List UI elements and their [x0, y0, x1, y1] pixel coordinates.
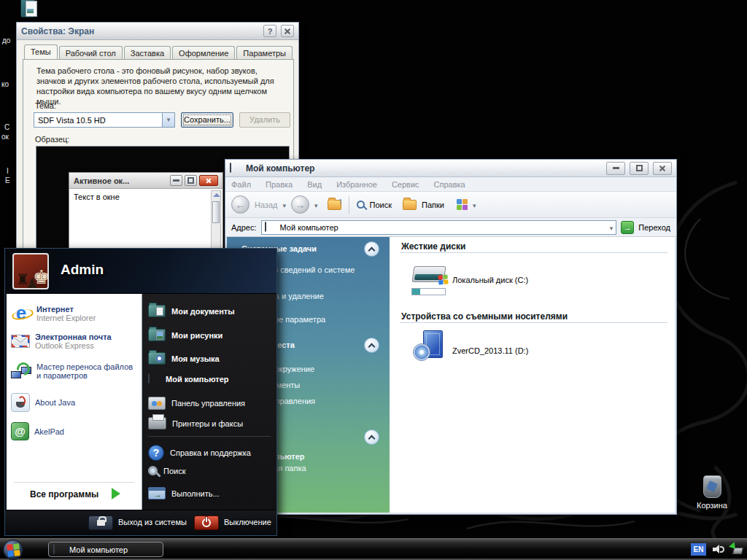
log-off-label[interactable]: Выход из системы — [118, 518, 187, 526]
dialog-title: Свойства: Экран — [21, 26, 259, 36]
removable-devices-header: Устройства со съемными носителями — [401, 311, 568, 322]
save-theme-button[interactable]: Сохранить... — [181, 112, 233, 128]
back-chevron-icon[interactable] — [283, 201, 287, 209]
dialog-titlebar[interactable]: Свойства: Экран ? — [17, 23, 298, 40]
forward-icon[interactable] — [291, 195, 309, 214]
maximize-icon — [185, 175, 197, 186]
all-programs-button[interactable]: Все программы — [30, 489, 98, 499]
desktop-icon-recycle-bin[interactable]: Корзина — [689, 475, 735, 510]
start-item-run[interactable]: Выполнить... — [148, 487, 271, 499]
sample-label: Образец: — [35, 135, 69, 144]
start-item-transfer-wizard[interactable]: Мастер переноса файлов и параметров — [11, 362, 139, 380]
language-indicator[interactable]: EN — [691, 543, 706, 556]
system-tray: EN — [691, 539, 743, 559]
menu-help[interactable]: Справка — [434, 180, 465, 189]
start-item-search[interactable]: Поиск — [148, 466, 271, 475]
start-item-help[interactable]: Справка и поддержка — [148, 445, 271, 461]
address-label: Адрес: — [231, 223, 257, 232]
maximize-button[interactable] — [630, 162, 649, 175]
computer-icon — [148, 374, 160, 384]
folder-content: Жесткие диски Локальный диск (C:) Устрой… — [390, 237, 675, 513]
windows-logo-icon — [7, 543, 20, 557]
log-off-icon[interactable] — [88, 516, 113, 530]
local-disk-icon[interactable] — [411, 265, 448, 295]
menu-bar: Файл Правка Вид Избранное Сервис Справка — [225, 177, 676, 192]
address-value: Мой компьютер — [280, 223, 606, 232]
help-button[interactable]: ? — [263, 25, 276, 37]
start-item-control-panel[interactable]: Панель управления — [148, 397, 271, 410]
shutdown-label[interactable]: Выключение — [224, 518, 271, 526]
shutdown-icon[interactable] — [194, 516, 219, 530]
views-icon[interactable] — [457, 199, 468, 210]
desktop-icon-documents[interactable] — [19, 0, 41, 20]
divider — [14, 482, 134, 483]
search-icon[interactable] — [357, 201, 365, 209]
menu-edit[interactable]: Правка — [266, 180, 293, 189]
minimize-button[interactable] — [606, 162, 625, 175]
theme-select-value: SDF Vista 10.5 HD — [34, 116, 162, 125]
start-item-akelpad[interactable]: AkelPad — [11, 422, 139, 440]
user-name: Admin — [61, 262, 104, 278]
start-item-about-java[interactable]: About Java — [11, 393, 139, 412]
start-item-my-pictures[interactable]: Мои рисунки — [148, 329, 271, 341]
close-button[interactable] — [653, 162, 672, 175]
back-label: Назад — [255, 201, 278, 209]
recycle-bin-icon — [703, 475, 721, 498]
divider — [148, 436, 271, 437]
back-icon[interactable] — [231, 195, 249, 214]
start-item-my-music[interactable]: Моя музыка — [148, 352, 271, 365]
volume-icon[interactable] — [713, 545, 724, 554]
menu-file[interactable]: Файл — [231, 180, 251, 189]
cd-drive-label[interactable]: ZverCD_2013.11 (D:) — [452, 346, 528, 355]
preview-window-title: Активное ок... — [74, 176, 168, 185]
window-title: Мой компьютер — [246, 163, 602, 174]
safely-remove-hardware-icon[interactable] — [731, 544, 743, 554]
theme-select[interactable]: SDF Vista 10.5 HD — [34, 112, 175, 128]
start-item-printers[interactable]: Принтеры и факсы — [148, 417, 271, 429]
chevron-down-icon[interactable] — [162, 113, 174, 127]
computer-icon — [265, 222, 276, 233]
collapse-chevron-icon[interactable] — [364, 338, 379, 353]
start-button[interactable] — [3, 540, 23, 560]
start-item-my-computer[interactable]: Мой компьютер — [148, 374, 271, 384]
delete-theme-button[interactable]: Удалить — [239, 112, 290, 128]
printer-icon — [148, 417, 166, 429]
help-icon — [148, 445, 164, 461]
scroll-up-icon — [213, 193, 220, 197]
menu-view[interactable]: Вид — [307, 180, 322, 189]
toolbar: Назад Поиск Папки — [225, 192, 676, 218]
address-bar: Адрес: Мой компьютер Переход — [225, 218, 676, 237]
forward-chevron-icon[interactable] — [314, 201, 318, 209]
task-button-label: Мой компьютер — [69, 545, 128, 554]
desktop: до ко С ок I Е Корзина Свойства: Экран ?… — [0, 0, 747, 560]
search-label: Поиск — [370, 201, 392, 209]
collapse-chevron-icon[interactable] — [364, 429, 379, 445]
start-menu-pinned-column: ИнтернетInternet Explorer Электронная по… — [7, 294, 142, 511]
tab-themes[interactable]: Темы — [24, 44, 58, 61]
up-folder-icon[interactable] — [328, 200, 341, 210]
start-item-internet[interactable]: ИнтернетInternet Explorer — [11, 303, 139, 324]
start-item-my-documents[interactable]: Мои документы — [148, 305, 271, 317]
go-icon[interactable] — [621, 221, 634, 234]
menu-favorites[interactable]: Избранное — [336, 180, 377, 189]
start-menu-header: Admin — [5, 249, 276, 294]
folders-icon[interactable] — [403, 200, 417, 210]
local-disk-label[interactable]: Локальный диск (C:) — [452, 276, 528, 284]
close-icon[interactable] — [281, 25, 294, 37]
music-folder-icon — [148, 352, 166, 365]
folders-label: Папки — [422, 201, 444, 209]
theme-field-label: Тема: — [35, 101, 56, 110]
taskbar-task-my-computer[interactable]: Мой компьютер — [48, 542, 163, 557]
java-icon — [11, 393, 30, 412]
address-input[interactable]: Мой компьютер — [261, 220, 617, 235]
window-titlebar[interactable]: Мой компьютер — [225, 160, 676, 177]
menu-tools[interactable]: Сервис — [392, 180, 419, 189]
start-menu-footer: Выход из системы Выключение — [5, 510, 276, 535]
views-chevron-icon[interactable] — [473, 201, 476, 209]
start-item-email[interactable]: Электронная почтаOutlook Express — [11, 332, 139, 350]
scrollbar-thumb — [212, 201, 220, 223]
cd-drive-icon[interactable] — [413, 330, 448, 364]
address-dropdown-icon[interactable] — [610, 223, 614, 232]
taskbar: Мой компьютер EN — [0, 538, 747, 560]
collapse-chevron-icon[interactable] — [364, 241, 379, 257]
